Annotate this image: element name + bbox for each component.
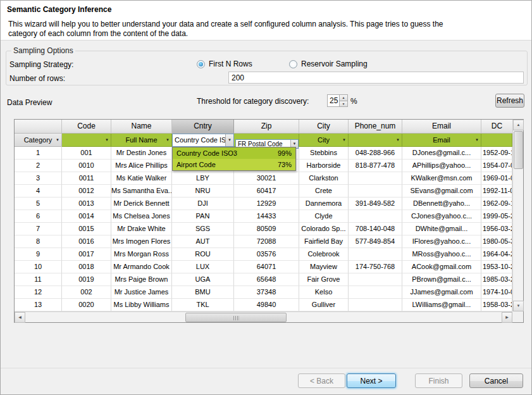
cell-phone: 577-849-854 (349, 235, 402, 248)
cell-phone (349, 299, 402, 311)
dropdown-item-confidence: 99% (278, 147, 292, 159)
cell-email: DBennett@yaho... (402, 198, 481, 210)
radio-first-n-rows[interactable]: First N Rows (197, 60, 252, 68)
refresh-button[interactable]: Refresh (495, 94, 524, 108)
back-button[interactable]: < Back (298, 373, 345, 388)
cell-code: 0011 (62, 172, 111, 185)
chevron-down-icon[interactable]: ▼ (166, 134, 170, 147)
cell-code: 0013 (62, 198, 111, 210)
cell-zip: 03576 (234, 248, 299, 261)
cell-phone: 174-750-768 (349, 261, 402, 273)
scroll-right-icon[interactable]: ▶ (502, 312, 512, 323)
scrollbar-grip-icon (233, 316, 239, 320)
cell-rownum: 13 (15, 299, 62, 311)
column-header-phone[interactable]: Phone_num (349, 120, 402, 134)
cell-rownum: 10 (15, 261, 62, 273)
scroll-down-icon[interactable]: ▼ (513, 301, 524, 311)
column-header-rownum[interactable] (15, 120, 62, 134)
table-header-row: Code Name Cntry Zip City Phone_num Email… (15, 120, 523, 134)
cell-zip: 60417 (234, 185, 299, 198)
cell-dob: 1969-01-01 (481, 172, 512, 185)
cell-rownum: 9 (15, 248, 62, 261)
cell-city: Clarkston (299, 172, 349, 185)
scroll-up-icon[interactable]: ▲ (513, 120, 524, 130)
category-combo-email[interactable]: Email ▼ (402, 134, 481, 147)
cell-name: Mr Armando Cook (111, 261, 172, 273)
category-combo-name-label: Full Name (125, 136, 157, 144)
column-header-code[interactable]: Code (62, 120, 111, 134)
chevron-down-icon[interactable]: ▼ (475, 134, 479, 147)
threshold-spinner[interactable]: 25 ▲ ▼ (327, 94, 348, 107)
category-combo-name[interactable]: Full Name ▼ (111, 134, 172, 147)
vertical-scrollbar-thumb[interactable] (514, 131, 523, 169)
cell-city: Stebbins (299, 147, 349, 160)
cell-code: 0017 (62, 248, 111, 261)
cell-rownum: 7 (15, 223, 62, 235)
radio-reservoir-sampling-label: Reservoir Sampling (301, 60, 368, 68)
cell-name: Ms Chelsea Jones (111, 210, 172, 223)
cell-email: JJames@gmail.com (402, 286, 481, 299)
cell-code: 0019 (62, 273, 111, 286)
category-combo-code[interactable]: ▼ (62, 134, 111, 147)
category-combo-dob[interactable] (481, 134, 512, 147)
radio-reservoir-sampling[interactable]: Reservoir Sampling (289, 60, 368, 68)
chevron-down-icon[interactable]: ▼ (105, 134, 109, 147)
cell-phone (349, 273, 402, 286)
category-combo-city[interactable]: City ▼ (299, 134, 349, 147)
vertical-scrollbar[interactable]: ▲ ▼ (512, 120, 523, 311)
column-header-email[interactable]: Email (402, 120, 481, 134)
cell-cntry: TKL (172, 299, 234, 311)
category-row-header-label: Category (24, 136, 53, 144)
cell-phone: 391-849-582 (349, 198, 402, 210)
semantic-category-inference-wizard: Semantic Category Inference This wizard … (0, 0, 532, 395)
next-button[interactable]: Next > (347, 373, 396, 388)
cell-code: 001 (62, 147, 111, 160)
cell-email: APhillips@yahoo... (402, 160, 481, 172)
cell-zip: 72088 (234, 235, 299, 248)
cell-code: 0016 (62, 235, 111, 248)
scroll-left-icon[interactable]: ◀ (15, 312, 25, 323)
number-of-rows-input[interactable] (228, 72, 524, 84)
cell-cntry: LBY (172, 172, 234, 185)
dropdown-item[interactable]: Airport Code 73% (173, 159, 295, 170)
horizontal-scrollbar-thumb[interactable] (185, 313, 287, 322)
cell-dob: 1962-09-17 (481, 198, 512, 210)
column-header-dob[interactable]: DC (481, 120, 512, 134)
cell-dob: 1999-05-28 (481, 210, 512, 223)
threshold-value[interactable]: 25 (328, 95, 339, 106)
cell-email: KWalker@msn.com (402, 172, 481, 185)
spinner-down-icon[interactable]: ▼ (340, 101, 347, 107)
cell-email: CJones@yahoo.c... (402, 210, 481, 223)
chevron-down-icon[interactable]: ▼ (342, 134, 346, 147)
cancel-button[interactable]: Cancel (469, 373, 523, 388)
category-combo-phone[interactable]: ▼ (349, 134, 402, 147)
column-header-city[interactable]: City (299, 120, 349, 134)
column-header-cntry[interactable]: Cntry (172, 120, 234, 134)
cell-dob: 1953-10-20 (481, 261, 512, 273)
category-row-header[interactable]: Category ▼ (15, 134, 62, 147)
category-combo-cntry-label: Country Code ISO (175, 136, 232, 144)
cell-email: MRoss@yahoo.c... (402, 248, 481, 261)
column-header-zip[interactable]: Zip (234, 120, 299, 134)
chevron-down-icon[interactable]: ▼ (396, 134, 400, 147)
cell-dob: 1985-03-25 (481, 273, 512, 286)
cell-phone: 818-877-478 (349, 160, 402, 172)
category-combo-cntry[interactable]: Country Code ISO ▼ (172, 134, 234, 147)
dropdown-item[interactable]: Country Code ISO3 99% (173, 147, 295, 159)
cell-city: Gulliver (299, 299, 349, 311)
cell-zip: 65648 (234, 273, 299, 286)
description-line-2: category of each column from the content… (8, 29, 443, 39)
finish-button[interactable]: Finish (415, 373, 462, 388)
cell-code: 0010 (62, 160, 111, 172)
column-header-name[interactable]: Name (111, 120, 172, 134)
cell-zip: 14433 (234, 210, 299, 223)
chevron-down-icon[interactable]: ▼ (225, 134, 233, 146)
table-row: 10 0018 Mr Armando Cook LUX 64071 Mayvie… (15, 261, 523, 273)
cell-name: Mr Justice James (111, 286, 172, 299)
cell-name: Ms Samantha Eva... (111, 185, 172, 198)
cell-zip: 49840 (234, 299, 299, 311)
chevron-down-icon[interactable]: ▼ (56, 134, 59, 147)
spinner-up-icon[interactable]: ▲ (340, 95, 347, 101)
horizontal-scrollbar[interactable]: ◀ ▶ (15, 311, 512, 322)
cell-dob: 1992-11-05 (481, 185, 512, 198)
